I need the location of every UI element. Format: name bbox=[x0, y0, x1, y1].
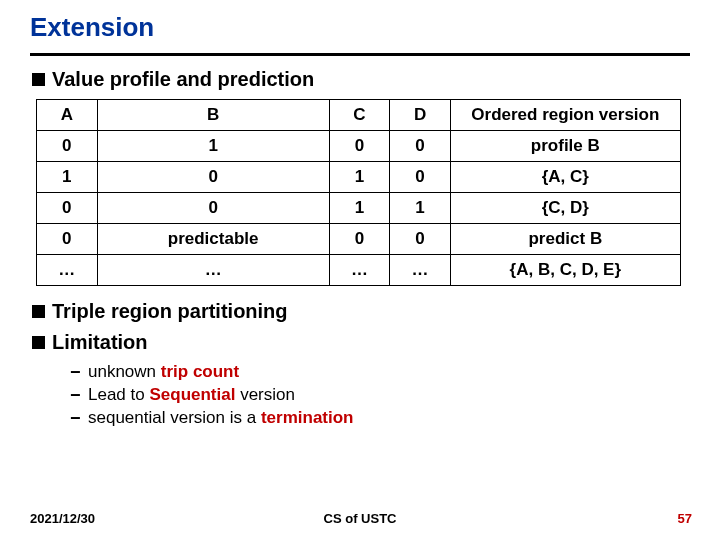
bullet-item: Value profile and prediction bbox=[32, 68, 690, 91]
bullet-text: Limitation bbox=[52, 331, 148, 354]
cell: … bbox=[329, 255, 390, 286]
bullet-text: Value profile and prediction bbox=[52, 68, 314, 91]
table-row: 1 0 1 0 {A, C} bbox=[37, 162, 681, 193]
cell: … bbox=[97, 255, 329, 286]
page-title: Extension bbox=[30, 12, 690, 53]
cell: 0 bbox=[37, 193, 98, 224]
table-row: 0 1 0 0 profile B bbox=[37, 131, 681, 162]
cell: 0 bbox=[390, 224, 451, 255]
cell: 1 bbox=[329, 162, 390, 193]
sub-text: Lead to Sequential version bbox=[88, 385, 295, 405]
col-header: C bbox=[329, 100, 390, 131]
sub-bullet-item: − sequential version is a termination bbox=[70, 408, 690, 429]
col-header: D bbox=[390, 100, 451, 131]
cell: predictable bbox=[97, 224, 329, 255]
text: sequential version is a bbox=[88, 408, 261, 427]
cell: 0 bbox=[390, 131, 451, 162]
bullet-list: Value profile and prediction A B C D Ord… bbox=[30, 68, 690, 429]
dash-bullet-icon: − bbox=[70, 408, 84, 429]
square-bullet-icon bbox=[32, 336, 45, 349]
cell: 1 bbox=[37, 162, 98, 193]
cell: 1 bbox=[329, 193, 390, 224]
cell: 1 bbox=[390, 193, 451, 224]
sub-text: unknown trip count bbox=[88, 362, 239, 382]
cell: 0 bbox=[37, 224, 98, 255]
sub-text: sequential version is a termination bbox=[88, 408, 354, 428]
cell: 0 bbox=[329, 131, 390, 162]
text: Lead to bbox=[88, 385, 149, 404]
text: unknown bbox=[88, 362, 161, 381]
accent-text: termination bbox=[261, 408, 354, 427]
footer: 2021/12/30 CS of USTC 57 bbox=[0, 511, 720, 526]
cell: profile B bbox=[450, 131, 680, 162]
cell: 0 bbox=[37, 131, 98, 162]
col-header: B bbox=[97, 100, 329, 131]
text: version bbox=[235, 385, 295, 404]
sub-bullet-list: − unknown trip count − Lead to Sequentia… bbox=[32, 362, 690, 429]
table-row: 0 predictable 0 0 predict B bbox=[37, 224, 681, 255]
accent-text: Sequential bbox=[149, 385, 235, 404]
dash-bullet-icon: − bbox=[70, 385, 84, 406]
square-bullet-icon bbox=[32, 305, 45, 318]
cell: 0 bbox=[329, 224, 390, 255]
cell: … bbox=[390, 255, 451, 286]
cell: 0 bbox=[97, 193, 329, 224]
title-rule bbox=[30, 53, 690, 56]
footer-center: CS of USTC bbox=[0, 511, 720, 526]
bullet-text: Triple region partitioning bbox=[52, 300, 288, 323]
table-row: … … … … {A, B, C, D, E} bbox=[37, 255, 681, 286]
col-header: A bbox=[37, 100, 98, 131]
col-header: Ordered region version bbox=[450, 100, 680, 131]
cell: predict B bbox=[450, 224, 680, 255]
dash-bullet-icon: − bbox=[70, 362, 84, 383]
cell: … bbox=[37, 255, 98, 286]
data-table: A B C D Ordered region version 0 1 0 0 p… bbox=[36, 99, 681, 286]
cell: {A, C} bbox=[450, 162, 680, 193]
cell: 0 bbox=[390, 162, 451, 193]
bullet-item: Triple region partitioning bbox=[32, 300, 690, 323]
cell: {A, B, C, D, E} bbox=[450, 255, 680, 286]
sub-bullet-item: − unknown trip count bbox=[70, 362, 690, 383]
square-bullet-icon bbox=[32, 73, 45, 86]
cell: 1 bbox=[97, 131, 329, 162]
cell: {C, D} bbox=[450, 193, 680, 224]
cell: 0 bbox=[97, 162, 329, 193]
accent-text: trip count bbox=[161, 362, 239, 381]
slide: Extension Value profile and prediction A… bbox=[0, 0, 720, 540]
sub-bullet-item: − Lead to Sequential version bbox=[70, 385, 690, 406]
table-header-row: A B C D Ordered region version bbox=[37, 100, 681, 131]
table-row: 0 0 1 1 {C, D} bbox=[37, 193, 681, 224]
bullet-item: Limitation bbox=[32, 331, 690, 354]
